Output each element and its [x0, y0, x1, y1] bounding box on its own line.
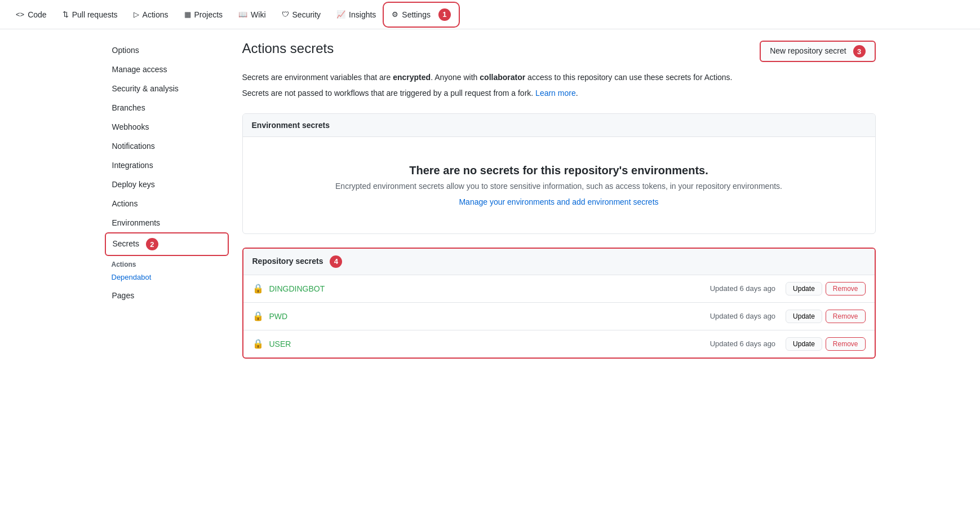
environment-secrets-box: Environment secrets There are no secrets…: [242, 113, 876, 234]
code-icon: <>: [16, 10, 24, 19]
nav-security[interactable]: 🛡 Security: [275, 6, 328, 24]
page-layout: Options Manage access Security & analysi…: [96, 29, 885, 370]
sidebar-integrations-label: Integrations: [112, 161, 153, 170]
page-header: Actions secrets New repository secret 3: [242, 41, 876, 62]
remove-secret-button[interactable]: Remove: [826, 282, 866, 295]
top-nav: <> Code ⇅ Pull requests ▷ Actions ▦ Proj…: [0, 0, 980, 29]
sidebar-webhooks-label: Webhooks: [112, 122, 149, 131]
lock-icon: 🔒: [252, 311, 264, 321]
sidebar-item-notifications[interactable]: Notifications: [105, 136, 229, 156]
nav-pull-requests[interactable]: ⇅ Pull requests: [56, 6, 125, 24]
nav-wiki-label: Wiki: [251, 10, 265, 19]
secrets-sidebar-badge: 2: [146, 238, 158, 250]
env-secrets-empty-state: There are no secrets for this repository…: [243, 137, 875, 233]
wiki-icon: 📖: [238, 10, 247, 19]
settings-icon: ⚙: [392, 10, 398, 19]
nav-security-label: Security: [292, 10, 321, 19]
secret-row: 🔒 PWD Updated 6 days ago Update Remove: [243, 303, 875, 330]
sidebar-deploy-keys-label: Deploy keys: [112, 180, 155, 189]
env-empty-desc: Encrypted environment secrets allow you …: [252, 182, 866, 191]
nav-actions-label: Actions: [143, 10, 168, 19]
repo-secrets-badge: 4: [330, 255, 342, 268]
secret-rows: 🔒 DINGDINGBOT Updated 6 days ago Update …: [243, 275, 875, 358]
description-line2: Secrets are not passed to workflows that…: [242, 87, 876, 99]
sidebar-item-options[interactable]: Options: [105, 41, 229, 60]
projects-icon: ▦: [184, 10, 191, 19]
sidebar-security-analysis-label: Security & analysis: [112, 84, 179, 93]
security-icon: 🛡: [282, 10, 289, 19]
actions-icon: ▷: [134, 10, 139, 19]
nav-code-label: Code: [28, 10, 46, 19]
sidebar-item-actions-menu[interactable]: Actions: [105, 194, 229, 213]
insights-icon: 📈: [336, 10, 345, 19]
sidebar-item-security-analysis[interactable]: Security & analysis: [105, 79, 229, 98]
sidebar-item-secrets[interactable]: Secrets 2: [105, 232, 229, 256]
env-secrets-header: Environment secrets: [243, 114, 875, 137]
new-btn-badge: 3: [853, 45, 866, 58]
description-line1: Secrets are environment variables that a…: [242, 71, 876, 83]
nav-insights[interactable]: 📈 Insights: [330, 6, 383, 24]
sidebar-item-webhooks[interactable]: Webhooks: [105, 117, 229, 136]
sidebar-notifications-label: Notifications: [112, 142, 155, 151]
secret-updated: Updated 6 days ago: [710, 284, 775, 293]
secret-name: USER: [269, 339, 710, 348]
remove-secret-button[interactable]: Remove: [826, 310, 866, 323]
new-repository-secret-button[interactable]: New repository secret 3: [760, 41, 875, 62]
sidebar-dependabot-link[interactable]: Dependabot: [105, 271, 229, 286]
sidebar-item-deploy-keys[interactable]: Deploy keys: [105, 175, 229, 194]
update-secret-button[interactable]: Update: [786, 337, 822, 351]
secret-name: PWD: [269, 312, 710, 321]
lock-icon: 🔒: [252, 338, 264, 349]
manage-environments-link[interactable]: Manage your environments and add environ…: [459, 197, 658, 206]
sidebar: Options Manage access Security & analysi…: [105, 41, 229, 359]
nav-code[interactable]: <> Code: [9, 6, 54, 24]
update-secret-button[interactable]: Update: [786, 310, 822, 323]
nav-actions[interactable]: ▷ Actions: [127, 6, 175, 24]
nav-projects-label: Projects: [194, 10, 223, 19]
sidebar-branches-label: Branches: [112, 103, 145, 112]
sidebar-actions-label: Actions: [112, 199, 138, 208]
main-content: Actions secrets New repository secret 3 …: [242, 41, 876, 359]
new-secret-btn-label: New repository secret: [770, 46, 846, 55]
secret-updated: Updated 6 days ago: [710, 312, 775, 320]
nav-pull-requests-label: Pull requests: [72, 10, 118, 19]
repository-secrets-box: Repository secrets 4 🔒 DINGDINGBOT Updat…: [242, 248, 876, 359]
nav-projects[interactable]: ▦ Projects: [178, 6, 230, 24]
repo-secrets-header: Repository secrets 4: [243, 249, 875, 275]
secret-updated: Updated 6 days ago: [710, 339, 775, 348]
sidebar-item-pages[interactable]: Pages: [105, 286, 229, 305]
sidebar-pages-label: Pages: [112, 291, 135, 300]
collaborator-bold: collaborator: [480, 73, 525, 82]
nav-settings-label: Settings: [402, 10, 431, 19]
page-title: Actions secrets: [242, 41, 334, 56]
sidebar-secrets-label: Secrets: [113, 239, 139, 248]
sidebar-options-label: Options: [112, 46, 139, 55]
nav-settings[interactable]: ⚙ Settings 1: [385, 4, 458, 25]
nav-insights-label: Insights: [349, 10, 376, 19]
env-empty-title: There are no secrets for this repository…: [252, 164, 866, 177]
learn-more-link[interactable]: Learn more: [535, 89, 576, 98]
nav-wiki[interactable]: 📖 Wiki: [232, 6, 272, 24]
sidebar-environments-label: Environments: [112, 218, 161, 227]
settings-badge: 1: [438, 8, 451, 21]
lock-icon: 🔒: [252, 283, 264, 294]
sidebar-item-manage-access[interactable]: Manage access: [105, 60, 229, 79]
secret-name: DINGDINGBOT: [269, 284, 710, 293]
encrypted-bold: encrypted: [393, 73, 431, 82]
sidebar-item-branches[interactable]: Branches: [105, 98, 229, 117]
pull-requests-icon: ⇅: [63, 10, 69, 19]
secret-row: 🔒 DINGDINGBOT Updated 6 days ago Update …: [243, 275, 875, 303]
sidebar-item-integrations[interactable]: Integrations: [105, 156, 229, 175]
sidebar-section-actions: Actions: [105, 256, 229, 271]
sidebar-manage-access-label: Manage access: [112, 65, 167, 74]
remove-secret-button[interactable]: Remove: [826, 337, 866, 351]
update-secret-button[interactable]: Update: [786, 282, 822, 295]
secret-row: 🔒 USER Updated 6 days ago Update Remove: [243, 330, 875, 358]
sidebar-item-environments[interactable]: Environments: [105, 213, 229, 232]
repo-secrets-header-text: Repository secrets: [252, 256, 323, 265]
